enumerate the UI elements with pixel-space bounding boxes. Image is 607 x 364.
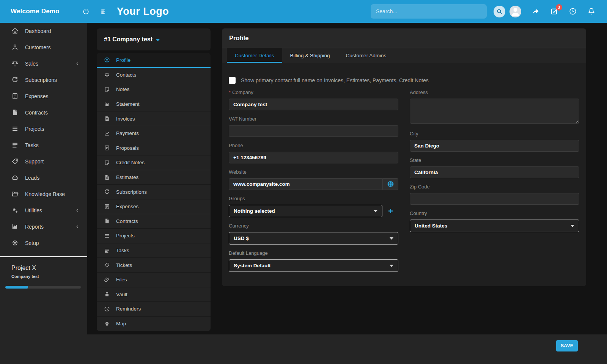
sidebar-item-dashboard[interactable]: Dashboard — [0, 23, 87, 39]
sidebar-item-leads[interactable]: Leads — [0, 169, 87, 186]
panel-body: Show primary contact full name on Invoic… — [222, 77, 586, 272]
customer-menu-item-map[interactable]: Map — [97, 317, 211, 331]
country-select-value: United States — [415, 223, 447, 229]
todo-button[interactable]: 3 — [550, 7, 558, 16]
sidebar-item-customers[interactable]: Customers — [0, 39, 87, 55]
address-textarea[interactable] — [410, 99, 579, 124]
sidebar-item-support[interactable]: Support — [0, 153, 87, 169]
panel-title: Profile — [222, 28, 586, 48]
state-input[interactable] — [410, 166, 579, 178]
sidebar-item-contracts[interactable]: Contracts — [0, 104, 87, 121]
paperclip-icon — [104, 277, 110, 283]
customer-menu-item-notes[interactable]: Notes — [97, 82, 211, 97]
sidebar-item-knowledge-base[interactable]: Knowledge Base — [0, 186, 87, 202]
customer-menu-item-files[interactable]: Files — [97, 273, 211, 287]
open-website-button[interactable] — [383, 178, 398, 190]
required-mark: * — [229, 89, 231, 95]
add-group-button[interactable] — [382, 205, 398, 217]
chevron-left-icon — [75, 208, 80, 213]
search-button[interactable] — [494, 6, 505, 17]
tab-customer-details[interactable]: Customer Details — [227, 48, 282, 63]
customer-menu-item-expenses[interactable]: Expenses — [97, 199, 211, 214]
leads-icon — [11, 174, 19, 181]
bars-icon — [104, 233, 110, 239]
globe-icon — [387, 180, 395, 188]
country-select[interactable]: United States — [410, 220, 579, 232]
gear-icon — [11, 239, 19, 246]
avatar[interactable] — [510, 6, 521, 17]
customer-menu-item-proposals[interactable]: Proposals — [97, 141, 211, 156]
tab-billing-shipping[interactable]: Billing & Shipping — [282, 48, 338, 63]
caret-down-icon — [374, 210, 377, 212]
customer-menu-item-vault[interactable]: Vault — [97, 287, 211, 302]
users-icon — [104, 72, 110, 78]
timers-button[interactable] — [569, 7, 577, 16]
website-input[interactable] — [229, 178, 383, 190]
app-logo[interactable]: Your Logo — [117, 6, 169, 17]
chevron-left-icon — [75, 61, 80, 66]
sidebar-item-subscriptions[interactable]: Subscriptions — [0, 72, 87, 88]
company-input[interactable] — [229, 99, 398, 110]
sidebar-item-tasks[interactable]: Tasks — [0, 137, 87, 153]
chart-icon — [104, 101, 110, 107]
website-label: Website — [229, 169, 398, 175]
clock-icon — [569, 7, 577, 16]
caret-down-icon — [571, 225, 574, 227]
vat-input[interactable] — [229, 125, 398, 137]
caret-down-icon — [156, 39, 160, 41]
menu-toggle-icon[interactable] — [100, 8, 106, 15]
city-input[interactable] — [410, 140, 579, 152]
customer-menu-item-contracts[interactable]: Contracts — [97, 214, 211, 229]
sidebar-item-sales[interactable]: Sales — [0, 55, 87, 72]
groups-select-value: Nothing selected — [234, 208, 275, 214]
customer-menu-item-statement[interactable]: Statement — [97, 97, 211, 112]
customer-menu-item-estimates[interactable]: Estimates — [97, 170, 211, 185]
show-primary-contact-checkbox[interactable] — [229, 77, 236, 84]
customer-menu-item-credit-notes[interactable]: Credit Notes — [97, 155, 211, 170]
power-icon[interactable] — [82, 8, 90, 15]
tab-customer-admins[interactable]: Customer Admins — [338, 48, 395, 63]
currency-label: Currency — [229, 223, 398, 229]
sidebar-item-projects[interactable]: Projects — [0, 121, 87, 137]
search-input[interactable] — [371, 4, 487, 19]
customer-selector[interactable]: #1 Company test — [97, 28, 211, 50]
phone-input[interactable] — [229, 152, 398, 163]
vat-label: VAT Number — [229, 116, 398, 122]
customer-menu-item-subscriptions[interactable]: Subscriptions — [97, 185, 211, 199]
country-label: Country — [410, 210, 579, 216]
sidebar-item-setup[interactable]: Setup — [0, 235, 87, 251]
default-language-select[interactable]: System Default — [229, 259, 398, 272]
groups-select[interactable]: Nothing selected — [229, 205, 382, 217]
save-button[interactable]: SAVE — [556, 340, 578, 351]
sidebar-item-reports[interactable]: Reports — [0, 218, 87, 235]
estimate-icon — [104, 174, 110, 180]
customer-menu-item-tickets[interactable]: Tickets — [97, 258, 211, 273]
bars-icon — [11, 125, 19, 132]
customer-menu-item-projects[interactable]: Projects — [97, 229, 211, 243]
sidebar-item-expenses[interactable]: Expenses — [0, 88, 87, 104]
customer-menu-item-contacts[interactable]: Contacts — [97, 68, 211, 83]
form-right-column: Address City State Zip Code Country Unit… — [410, 84, 579, 232]
zip-input[interactable] — [410, 193, 579, 205]
share-icon — [532, 7, 540, 16]
invoice-icon — [104, 116, 110, 122]
project-progress-bar — [5, 286, 81, 289]
company-label: *Company — [229, 89, 398, 95]
customer-menu-item-invoices[interactable]: Invoices — [97, 111, 211, 126]
sidebar-item-utilities[interactable]: Utilities — [0, 202, 87, 218]
notifications-button[interactable] — [587, 7, 596, 16]
sidebar-project-widget[interactable]: Project X Company test — [0, 256, 87, 289]
welcome-text: Welcome Demo — [11, 8, 60, 15]
customer-menu-item-reminders[interactable]: Reminders — [97, 302, 211, 317]
note-icon — [104, 160, 110, 166]
file-icon — [11, 109, 19, 116]
customer-menu-item-tasks[interactable]: Tasks — [97, 243, 211, 258]
customer-menu-item-profile[interactable]: Profile — [97, 53, 211, 68]
quick-share-button[interactable] — [532, 7, 540, 16]
customer-menu-item-payments[interactable]: Payments — [97, 126, 211, 141]
form-left-column: *Company VAT Number Phone Website Gr — [229, 84, 398, 272]
phone-label: Phone — [229, 143, 398, 148]
default-language-label: Default Language — [229, 250, 398, 256]
currency-select[interactable]: USD $ — [229, 232, 398, 245]
folderOpen-icon — [11, 190, 19, 198]
